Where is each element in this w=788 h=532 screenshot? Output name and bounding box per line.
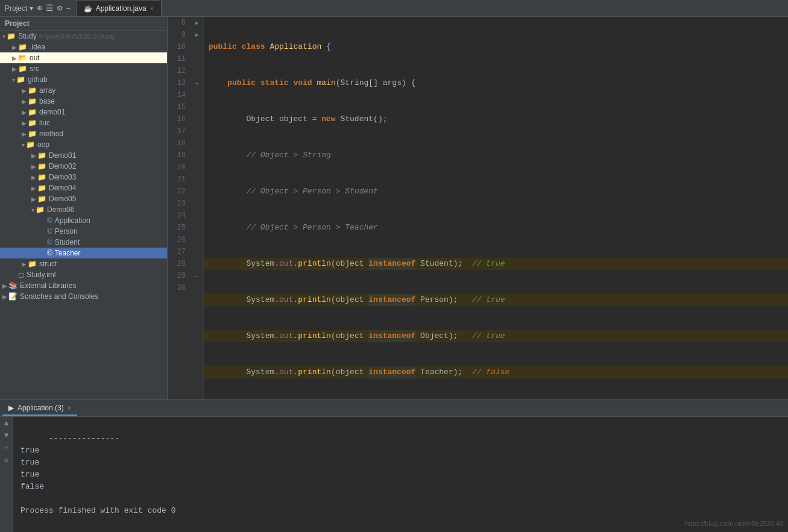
fold-icon[interactable]: – [195,273,198,280]
sidebar-item-demo04oop[interactable]: ▶ 📁 Demo04 [0,183,167,193]
line-num-14: 14 [172,89,186,101]
sidebar-item-ext-libs[interactable]: ▶ 📚 External Libraries [0,280,167,291]
scroll-up-icon[interactable]: ▲ [4,419,8,428]
sidebar-item-scratches[interactable]: ▶ 📝 Scratches and Consoles [0,291,167,302]
gutter-12 [191,65,203,77]
arrow-icon: ▶ [22,131,27,137]
sidebar-item-oop[interactable]: ▾ 📁 oop [0,139,167,150]
arrow-icon: ▾ [2,33,5,40]
sidebar-item-github[interactable]: ▾ 📁 github [0,74,167,85]
sidebar-item-label: Demo04 [49,184,76,192]
sidebar-item-idea[interactable]: ▶ 📁 .idea [0,42,167,52]
line-num-28: 28 [172,258,186,270]
toolbar-icon-new[interactable]: ⊕ [37,3,42,13]
line-num-20: 20 [172,161,186,174]
console-icon: ▶ [8,404,14,412]
toolbar-icon-settings[interactable]: ⚙ [57,3,62,13]
tab-label: Application.java [96,4,147,13]
sidebar-item-demo06oop[interactable]: ▾ 📁 Demo06 [0,204,167,215]
sidebar-item-student[interactable]: ▶ © Student [0,237,167,248]
top-bar: Project ▾ ⊕ ☰ ⚙ – ☕ Application.java × [0,0,788,17]
sidebar-item-teacher[interactable]: ▶ © Teacher [0,248,167,258]
java-file-icon: ☕ [84,5,92,13]
arrow-icon: ▶ [31,196,36,202]
output-process-line: Process finished with exit code 0 [20,506,175,515]
project-dropdown[interactable]: Project ▾ [5,4,33,13]
code-content[interactable]: 8 9 10 11 12 13 14 15 16 17 18 19 20 21 … [168,17,788,399]
sidebar-item-liuc[interactable]: ▶ 📁 liuc [0,117,167,128]
code-line-14: System.out.println(object instanceof Stu… [204,258,788,270]
output-line-true2: true [20,458,39,467]
sidebar-item-label: struct [39,260,57,268]
clear-icon[interactable]: ⊘ [4,456,8,465]
tab-close-button[interactable]: × [150,5,154,12]
sidebar-item-label: Demo03 [49,173,76,181]
sidebar-item-label: Teacher [55,249,81,257]
gutter-17 [191,125,203,137]
arrow-icon: ▶ [22,109,27,116]
sidebar-item-label: liuc [39,119,50,127]
arrow-icon: ▶ [2,283,7,289]
sidebar-item-struct[interactable]: ▶ 📁 struct [0,258,167,269]
line-num-11: 11 [172,53,186,65]
arrow-icon: ▶ [22,87,27,94]
java-file-icon: © [47,238,52,246]
sidebar-item-application[interactable]: ▶ © Application [0,215,167,226]
folder-icon: 📁 [18,64,27,73]
fold-icon[interactable]: – [195,80,198,87]
gutter-9[interactable]: ▶ [191,29,203,41]
folder-icon: 📁 [16,75,25,84]
java-file-icon: © [47,249,52,257]
output-line-true3: true [20,470,39,479]
code-line-13: // Object > Person > Teacher [204,222,788,234]
folder-icon: 📁 [37,173,46,181]
gutter-20 [191,161,203,174]
sidebar-item-src[interactable]: ▶ 📁 src [0,63,167,74]
sidebar-item-study[interactable]: ▾ 📁 Study F:\java\IDEA2020.2\Study [0,31,167,42]
sidebar-item-demo01oop[interactable]: ▶ 📁 Demo01 [0,150,167,161]
sidebar-item-study-iml[interactable]: ▶ ◻ Study.iml [0,269,167,280]
bottom-tab-application[interactable]: ▶ Application (3) × [2,401,77,416]
folder-icon: 📁 [37,162,46,171]
wrap-icon[interactable]: ↩ [4,443,8,452]
gutter-14 [191,89,203,101]
sidebar-item-label: src [30,64,39,73]
sidebar-item-person[interactable]: ▶ © Person [0,226,167,237]
gutter-23 [191,198,203,210]
sidebar-item-demo01[interactable]: ▶ 📁 demo01 [0,107,167,117]
sidebar-item-demo05oop[interactable]: ▶ 📁 Demo05 [0,193,167,204]
line-num-23: 23 [172,198,186,210]
chevron-down-icon: ▾ [30,4,33,13]
code-lines-container[interactable]: public class Application { public static… [204,17,788,399]
sidebar-item-out[interactable]: ▶ 📂 out [0,52,167,63]
sidebar-item-base[interactable]: ▶ 📁 base [0,96,167,107]
line-num-8: 8 [172,17,186,29]
scratches-icon: 📝 [8,292,17,301]
sidebar-item-demo03oop[interactable]: ▶ 📁 Demo03 [0,172,167,183]
toolbar-icon-menu[interactable]: ☰ [46,3,54,13]
arrow-icon: ▶ [31,174,36,181]
folder-icon: 📁 [28,97,37,105]
output-line-separator: --------------- [49,434,119,443]
arrow-icon: ▶ [12,44,17,51]
arrow-icon: ▾ [31,207,34,213]
sidebar-item-demo02oop[interactable]: ▶ 📁 Demo02 [0,161,167,172]
sidebar-item-method[interactable]: ▶ 📁 method [0,128,167,139]
sidebar-item-label: Person [55,227,78,236]
bottom-tab-close[interactable]: × [68,404,71,412]
folder-icon: 📁 [28,108,37,116]
toolbar-icon-minimize[interactable]: – [66,4,71,13]
line-num-16: 16 [172,113,186,125]
arrow-icon: ▾ [22,142,25,148]
folder-icon: 📁 [36,205,45,214]
sidebar-item-array[interactable]: ▶ 📁 array [0,85,167,96]
gutter-10 [191,41,203,53]
scroll-down-icon[interactable]: ▼ [4,431,8,440]
gutter-16 [191,113,203,125]
gutter-8[interactable]: ▶ [191,17,203,29]
sidebar-study-path: F:\java\IDEA2020.2\Study [39,33,116,40]
sidebar-item-label: .idea [30,43,45,51]
gutter-27 [191,246,203,258]
folder-icon: 📁 [28,119,37,127]
tab-application-java[interactable]: ☕ Application.java × [76,1,162,16]
